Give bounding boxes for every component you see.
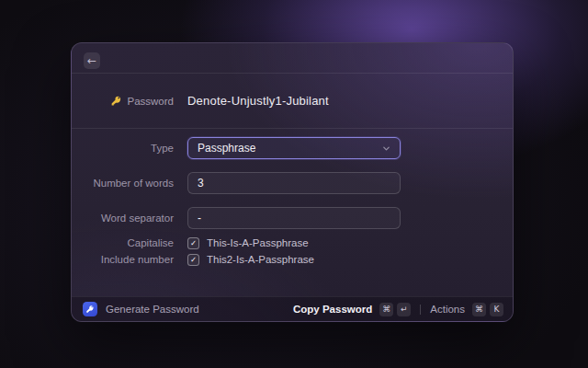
copy-password-button[interactable]: Copy Password ⌘ ↵ [293, 303, 411, 316]
include-number-checkbox[interactable]: ✓ [187, 254, 199, 266]
capitalise-checkbox[interactable]: ✓ [187, 237, 199, 249]
actions-menu-button[interactable]: Actions ⌘ K [430, 303, 503, 316]
app-icon [83, 302, 97, 316]
password-generator-window: ← Password Denote-Unjustly1-Jubilant Typ… [71, 42, 514, 322]
form-row-capitalise: Capitalise ✓ This-Is-A-Passphrase [72, 236, 513, 249]
key-glyph-icon [85, 305, 95, 314]
cmd-key: ⌘ [379, 303, 393, 316]
enter-key: ↵ [397, 303, 411, 316]
number-of-words-label: Number of words [72, 178, 174, 189]
form-row-number-of-words: Number of words [72, 172, 513, 194]
type-dropdown[interactable]: Passphrase [187, 137, 401, 159]
password-options-form: Type Passphrase Number of words Word sep… [72, 129, 513, 266]
password-label: Password [128, 96, 175, 107]
cmd-key: ⌘ [472, 303, 486, 316]
copy-password-label: Copy Password [293, 304, 372, 315]
result-header: Password Denote-Unjustly1-Jubilant [72, 74, 513, 129]
word-separator-input[interactable] [187, 207, 401, 229]
action-bar: Generate Password Copy Password ⌘ ↵ Acti… [72, 296, 513, 321]
actions-label: Actions [430, 304, 465, 315]
generated-password-value: Denote-Unjustly1-Jubilant [187, 94, 329, 108]
checkmark-icon: ✓ [190, 239, 197, 247]
capitalise-label: Capitalise [72, 237, 174, 248]
k-key: K [490, 303, 503, 316]
form-row-type: Type Passphrase [72, 137, 513, 159]
word-separator-label: Word separator [72, 213, 174, 224]
form-row-word-separator: Word separator [72, 207, 513, 229]
chevron-down-icon [382, 144, 390, 153]
command-title: Generate Password [106, 304, 199, 315]
checkmark-icon: ✓ [190, 256, 197, 264]
number-of-words-input[interactable] [187, 172, 401, 194]
form-row-include-number: Include number ✓ This2-Is-A-Passphrase [72, 253, 513, 266]
type-selected-value: Passphrase [198, 142, 255, 155]
back-arrow-icon: ← [87, 55, 96, 66]
back-button[interactable]: ← [84, 52, 100, 69]
capitalise-preview-text: This-Is-A-Passphrase [207, 237, 309, 248]
titlebar: ← [72, 43, 513, 74]
include-number-preview-text: This2-Is-A-Passphrase [207, 254, 314, 265]
key-icon [110, 95, 122, 107]
type-label: Type [72, 143, 174, 154]
include-number-label: Include number [72, 254, 174, 265]
footer-divider [420, 305, 421, 315]
